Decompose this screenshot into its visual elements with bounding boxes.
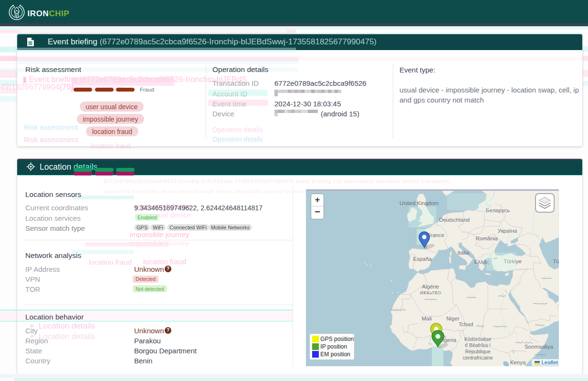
svg-text:Niger: Niger	[446, 316, 460, 321]
svg-text:Mali: Mali	[421, 316, 431, 321]
svg-text:tî Bêafrîka /: tî Bêafrîka /	[465, 342, 491, 348]
svg-text:Soomaaliya: Soomaaliya	[525, 344, 554, 350]
svg-text:Tü: Tü	[553, 258, 559, 264]
svg-text:România: România	[476, 236, 498, 241]
svg-text:United Kingdom: United Kingdom	[399, 200, 439, 206]
svg-text:Ködörösêse: Ködörösêse	[464, 336, 491, 342]
svg-text:Kenya: Kenya	[510, 360, 526, 365]
svg-text:République: République	[465, 349, 490, 354]
svg-text:Italia: Italia	[458, 250, 470, 256]
svg-text:Algérie: Algérie	[422, 284, 439, 289]
svg-text:Україна: Україна	[498, 228, 517, 234]
svg-text:ⵍⵣⵣⴰⵢⴻⵔ: ⵍⵣⵣⴰⵢⴻⵔ	[420, 290, 441, 295]
svg-text:centrafricaine: centrafricaine	[462, 355, 493, 360]
svg-text:Tchad: Tchad	[459, 321, 473, 327]
svg-text:España: España	[413, 256, 432, 262]
svg-text:Deutschland: Deutschland	[439, 217, 470, 223]
